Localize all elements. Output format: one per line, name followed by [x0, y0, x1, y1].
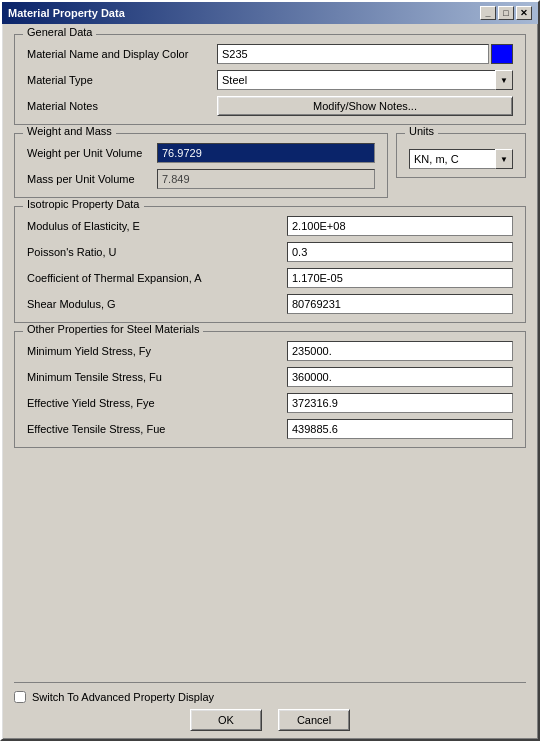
minimize-button[interactable]: _	[480, 6, 496, 20]
poisson-input[interactable]	[287, 242, 513, 262]
material-property-dialog: Material Property Data _ □ ✕ General Dat…	[0, 0, 540, 741]
other-properties-legend: Other Properties for Steel Materials	[23, 323, 203, 335]
material-notes-label: Material Notes	[27, 100, 217, 112]
min-tensile-row: Minimum Tensile Stress, Fu	[27, 367, 513, 387]
divider	[14, 682, 526, 683]
units-row: KN, m, C ▼	[409, 149, 513, 169]
material-name-row: Material Name and Display Color	[27, 44, 513, 64]
weight-group: Weight and Mass Weight per Unit Volume M…	[14, 133, 388, 198]
title-controls: _ □ ✕	[480, 6, 532, 20]
cancel-button[interactable]: Cancel	[278, 709, 350, 731]
material-name-label: Material Name and Display Color	[27, 48, 217, 60]
window-body: General Data Material Name and Display C…	[2, 24, 538, 672]
title-bar-left: Material Property Data	[8, 7, 125, 19]
weight-per-unit-row: Weight per Unit Volume	[27, 143, 375, 163]
spacer	[14, 456, 526, 662]
thermal-input[interactable]	[287, 268, 513, 288]
shear-label: Shear Modulus, G	[27, 298, 287, 310]
isotropic-legend: Isotropic Property Data	[23, 198, 144, 210]
ok-button[interactable]: OK	[190, 709, 262, 731]
other-properties-section: Other Properties for Steel Materials Min…	[14, 331, 526, 448]
ok-cancel-row: OK Cancel	[14, 709, 526, 731]
material-name-input[interactable]	[217, 44, 489, 64]
switch-advanced-label: Switch To Advanced Property Display	[32, 691, 214, 703]
material-type-select[interactable]: Steel	[217, 70, 513, 90]
mass-per-unit-row: Mass per Unit Volume	[27, 169, 375, 189]
poisson-label: Poisson's Ratio, U	[27, 246, 287, 258]
maximize-button[interactable]: □	[498, 6, 514, 20]
general-data-legend: General Data	[23, 26, 96, 38]
weight-legend: Weight and Mass	[23, 125, 116, 137]
weight-mass-section: Weight and Mass Weight per Unit Volume M…	[14, 133, 526, 198]
material-color-box[interactable]	[491, 44, 513, 64]
units-legend: Units	[405, 125, 438, 137]
material-type-select-wrapper: Steel ▼	[217, 70, 513, 90]
units-group: Units KN, m, C ▼	[396, 133, 526, 178]
min-tensile-label: Minimum Tensile Stress, Fu	[27, 371, 287, 383]
modulus-row: Modulus of Elasticity, E	[27, 216, 513, 236]
poisson-row: Poisson's Ratio, U	[27, 242, 513, 262]
eff-yield-input[interactable]	[287, 393, 513, 413]
material-type-row: Material Type Steel ▼	[27, 70, 513, 90]
units-select-wrapper: KN, m, C ▼	[409, 149, 513, 169]
switch-advanced-checkbox[interactable]	[14, 691, 26, 703]
material-name-input-group	[217, 44, 513, 64]
min-yield-input[interactable]	[287, 341, 513, 361]
min-yield-row: Minimum Yield Stress, Fy	[27, 341, 513, 361]
title-bar: Material Property Data _ □ ✕	[2, 2, 538, 24]
close-button[interactable]: ✕	[516, 6, 532, 20]
eff-yield-label: Effective Yield Stress, Fye	[27, 397, 287, 409]
weight-per-unit-label: Weight per Unit Volume	[27, 147, 157, 159]
material-notes-row: Material Notes Modify/Show Notes...	[27, 96, 513, 116]
shear-input[interactable]	[287, 294, 513, 314]
eff-tensile-label: Effective Tensile Stress, Fue	[27, 423, 287, 435]
weight-per-unit-input[interactable]	[157, 143, 375, 163]
material-type-label: Material Type	[27, 74, 217, 86]
switch-advanced-row: Switch To Advanced Property Display	[14, 691, 526, 703]
mass-per-unit-input[interactable]	[157, 169, 375, 189]
modify-show-notes-button[interactable]: Modify/Show Notes...	[217, 96, 513, 116]
thermal-row: Coefficient of Thermal Expansion, A	[27, 268, 513, 288]
thermal-label: Coefficient of Thermal Expansion, A	[27, 272, 287, 284]
eff-tensile-input[interactable]	[287, 419, 513, 439]
general-data-section: General Data Material Name and Display C…	[14, 34, 526, 125]
mass-per-unit-label: Mass per Unit Volume	[27, 173, 157, 185]
eff-tensile-row: Effective Tensile Stress, Fue	[27, 419, 513, 439]
modulus-input[interactable]	[287, 216, 513, 236]
min-tensile-input[interactable]	[287, 367, 513, 387]
units-select[interactable]: KN, m, C	[409, 149, 513, 169]
window-title: Material Property Data	[8, 7, 125, 19]
modulus-label: Modulus of Elasticity, E	[27, 220, 287, 232]
eff-yield-row: Effective Yield Stress, Fye	[27, 393, 513, 413]
shear-row: Shear Modulus, G	[27, 294, 513, 314]
isotropic-section: Isotropic Property Data Modulus of Elast…	[14, 206, 526, 323]
min-yield-label: Minimum Yield Stress, Fy	[27, 345, 287, 357]
bottom-bar: Switch To Advanced Property Display OK C…	[2, 672, 538, 739]
